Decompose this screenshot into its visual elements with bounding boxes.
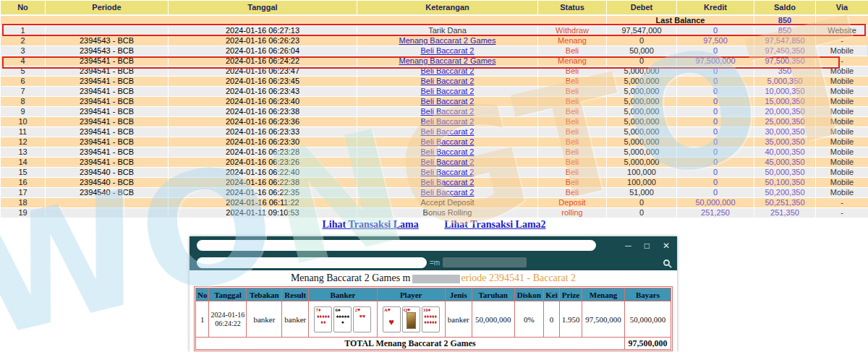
cell-periode: 2394540 - BCB xyxy=(46,167,169,177)
address-input-redacted[interactable] xyxy=(197,257,427,268)
cell-debet: 100,000 xyxy=(607,177,677,187)
keterangan-link[interactable]: Beli Baccarat 2 xyxy=(421,46,475,55)
game-cell-player-cards: A♥♥Q♥10♦♦♦♦♦♦♦♦♦♦♦ xyxy=(377,301,445,338)
cell-tanggal: 2024-01-16 06:11:22 xyxy=(169,197,357,207)
cell-status: Beli xyxy=(538,177,607,187)
cell-no: 18 xyxy=(1,197,46,207)
table-row: 142394541 - BCB2024-01-16 06:23:26Beli B… xyxy=(1,157,868,167)
zoom-icon[interactable] xyxy=(663,259,670,266)
keterangan-link[interactable]: Beli Baccarat 2 xyxy=(421,158,475,166)
cell-periode xyxy=(46,207,169,218)
table-row: 132394541 - BCB2024-01-16 06:23:28Beli B… xyxy=(1,147,868,157)
cell-no: 9 xyxy=(1,106,46,116)
cell-debet: 5,000,000 xyxy=(607,76,677,86)
keterangan-link[interactable]: Menang Baccarat 2 Games xyxy=(399,36,496,45)
cell-no: 16 xyxy=(1,177,46,187)
cell-no: 10 xyxy=(1,116,46,126)
cell-periode: 2394540 - BCB xyxy=(46,177,169,187)
cell-saldo: 97,547,850 xyxy=(754,35,816,46)
cell-via: - xyxy=(816,35,868,46)
browser-tab-redacted[interactable] xyxy=(197,240,596,251)
keterangan-link[interactable]: Beli Baccarat 2 xyxy=(421,147,475,156)
cell-keterangan: Beli Baccarat 2 xyxy=(357,147,538,157)
link-lihat-transaksi-lama[interactable]: Lihat Transaksi Lama xyxy=(322,219,418,230)
cell-keterangan: Accept Deposit xyxy=(357,197,538,207)
cell-saldo: 15,000,350 xyxy=(754,96,816,106)
popup-title-prefix: Menang Baccarat 2 Games m xyxy=(291,272,411,283)
cell-kredit: 0 xyxy=(677,167,754,177)
cell-via: Mobile xyxy=(816,187,868,197)
game-column-header-jenis: Jenis xyxy=(445,288,472,301)
cell-tanggal: 2024-01-16 06:23:38 xyxy=(169,106,357,116)
cell-kredit: 0 xyxy=(677,177,754,187)
cell-kredit: 50,000,000 xyxy=(677,197,754,207)
cell-no: 13 xyxy=(1,147,46,157)
cell-keterangan: Beli Baccarat 2 xyxy=(357,137,538,147)
keterangan-link[interactable]: Beli Baccarat 2 xyxy=(421,178,475,186)
close-button[interactable]: ✕ xyxy=(663,241,670,250)
cell-kredit: 0 xyxy=(677,96,754,106)
cell-tanggal: 2024-01-16 06:26:04 xyxy=(169,46,357,56)
game-column-header-result: Result xyxy=(282,288,309,301)
column-header-kredit: Kredit xyxy=(677,1,754,15)
link-lihat-transaksi-lama2[interactable]: Lihat Transaksi Lama2 xyxy=(444,219,545,230)
cell-kredit: 0 xyxy=(677,137,754,147)
cell-status: Beli xyxy=(538,187,607,197)
cell-debet: 51,000 xyxy=(607,187,677,197)
keterangan-link[interactable]: Beli Baccarat 2 xyxy=(421,87,475,95)
cell-status: Beli xyxy=(538,106,607,116)
playing-card-7-diamond: 7♦♦♦♦♦♦♦♦ xyxy=(314,306,332,332)
footer-links: Lihat Transaksi Lama Lihat Transaksi Lam… xyxy=(0,219,868,231)
table-row: 72394541 - BCB2024-01-16 06:23:43Beli Ba… xyxy=(1,86,868,96)
game-cell-tebakan: banker xyxy=(247,301,282,338)
game-column-header-diskon: Diskon xyxy=(514,288,543,301)
minimize-button[interactable]: ─ xyxy=(625,241,631,250)
game-column-header-no: No xyxy=(196,288,209,301)
game-cell-menang: 97,500,000 xyxy=(582,301,625,338)
cell-saldo: 251,350 xyxy=(754,207,816,218)
cell-keterangan: Beli Baccarat 2 xyxy=(357,167,538,177)
cell-debet: 5,000,000 xyxy=(607,106,677,116)
playing-card-Q-heart: Q♥ xyxy=(402,306,420,332)
game-cell-taruhan: 50,000,000 xyxy=(472,301,514,338)
table-row: 102394541 - BCB2024-01-16 06:23:36Beli B… xyxy=(1,116,868,126)
cell-status: Beli xyxy=(538,126,607,137)
cell-status: Beli xyxy=(538,137,607,147)
table-row: 172394540 - BCB2024-01-16 06:22:35Beli B… xyxy=(1,187,868,197)
keterangan-link[interactable]: Beli Baccarat 2 xyxy=(421,127,475,136)
column-header-tanggal: Tanggal xyxy=(169,1,357,15)
cell-keterangan: Beli Baccarat 2 xyxy=(357,157,538,167)
cell-tanggal: 2024-01-16 06:23:33 xyxy=(169,126,357,137)
keterangan-link[interactable]: Beli Baccarat 2 xyxy=(421,137,475,146)
keterangan-link[interactable]: Beli Baccarat 2 xyxy=(421,188,475,197)
table-row: 192024-01-11 09:10:53Bonus Rollingrollin… xyxy=(1,207,868,218)
cell-via: Mobile xyxy=(816,106,868,116)
cell-via: Mobile xyxy=(816,116,868,126)
cell-periode: 2394541 - BCB xyxy=(46,86,169,96)
cell-saldo: 40,000,350 xyxy=(754,147,816,157)
keterangan-link[interactable]: Beli Baccarat 2 xyxy=(421,107,475,116)
cell-no: 15 xyxy=(1,167,46,177)
game-total-row: TOTAL Menang Baccarat 2 Games 97,500,000 xyxy=(196,338,671,350)
cell-periode: 2394543 - BCB xyxy=(46,35,169,46)
cell-via: Mobile xyxy=(816,177,868,187)
column-header-via: Via xyxy=(816,1,868,15)
cell-no: 17 xyxy=(1,187,46,197)
cell-saldo: 50,251,350 xyxy=(754,197,816,207)
cell-status: Deposit xyxy=(538,197,607,207)
cell-debet: 5,000,000 xyxy=(607,126,677,137)
keterangan-link[interactable]: Beli Baccarat 2 xyxy=(421,117,475,126)
cell-tanggal: 2024-01-16 06:22:38 xyxy=(169,177,357,187)
keterangan-link[interactable]: Beli Baccarat 2 xyxy=(421,77,475,85)
maximize-button[interactable]: □ xyxy=(644,241,650,250)
cell-debet: 100,000 xyxy=(607,167,677,177)
cell-kredit: 0 xyxy=(677,187,754,197)
game-cell-prize: 1.950 xyxy=(559,301,582,338)
cell-debet: 0 xyxy=(607,197,677,207)
url-redaction-blur xyxy=(443,257,527,267)
game-column-header-taruhan: Taruhan xyxy=(472,288,514,301)
cell-periode: 2394543 - BCB xyxy=(46,46,169,56)
cell-via: Mobile xyxy=(816,46,868,56)
keterangan-link[interactable]: Beli Baccarat 2 xyxy=(421,168,475,176)
keterangan-link[interactable]: Beli Baccarat 2 xyxy=(421,97,475,106)
